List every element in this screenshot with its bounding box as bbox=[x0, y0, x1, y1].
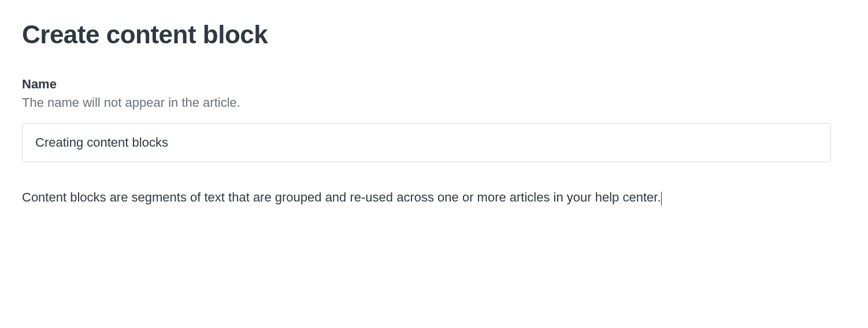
name-label: Name bbox=[22, 77, 846, 92]
name-field-group: Name The name will not appear in the art… bbox=[22, 77, 846, 162]
content-body-area[interactable]: Content blocks are segments of text that… bbox=[22, 187, 831, 221]
page-title: Create content block bbox=[22, 20, 846, 49]
content-body-editor[interactable]: Content blocks are segments of text that… bbox=[22, 187, 831, 221]
name-input[interactable] bbox=[22, 123, 831, 162]
name-help-text: The name will not appear in the article. bbox=[22, 95, 846, 110]
content-body-text: Content blocks are segments of text that… bbox=[22, 190, 661, 204]
text-cursor-icon bbox=[661, 192, 662, 206]
